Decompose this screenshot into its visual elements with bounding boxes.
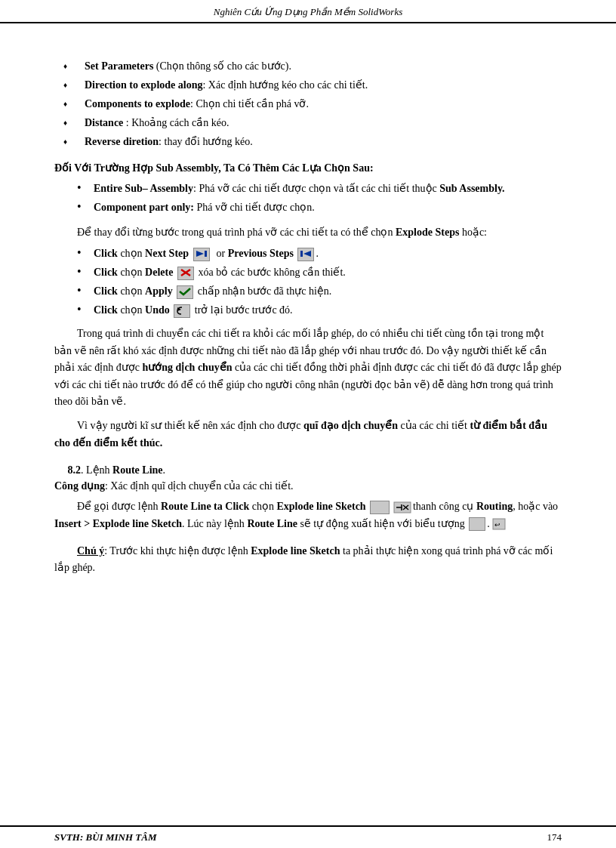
routeline-icon-svg: ↩	[492, 518, 506, 530]
footer-page: 174	[547, 831, 562, 843]
step-apply: Click chọn Apply chấp nhận bước đã thực …	[85, 283, 562, 299]
list-item: Direction to explode along: Xác định hướ…	[77, 77, 562, 93]
prev-step-icon	[297, 248, 314, 261]
footer: SVTH: BÙI MINH TÂM 174	[0, 825, 616, 848]
page: Nghiên Cứu Ứng Dụng Phần Mềm SolidWorks …	[0, 0, 616, 848]
header: Nghiên Cứu Ứng Dụng Phần Mềm SolidWorks	[0, 0, 616, 23]
para-explode-steps: Để thay đổi từng bước trong quá trình ph…	[54, 224, 562, 241]
next-step-icon	[193, 248, 210, 261]
note: Chú ý: Trước khi thực hiện được lệnh Exp…	[54, 543, 562, 577]
list-item: Components to explode: Chọn chi tiết cần…	[77, 96, 562, 112]
step-next: Click chọn Next Step or Previous Steps .	[85, 245, 562, 261]
circle-list: Entire Sub– Assembly: Phá vỡ các chi tiế…	[85, 180, 562, 215]
delete-icon	[177, 267, 194, 280]
list-item: Distance : Khoảng cách cần kéo.	[77, 115, 562, 131]
arrow-left-icon	[299, 248, 313, 259]
circle-bold: Component part only:	[94, 202, 194, 213]
step-undo: Click chọn Undo trở lại bước trước đó.	[85, 302, 562, 318]
sub-heading: Đối Với Trường Hợp Sub Assembly, Ta Có T…	[54, 160, 562, 176]
route-line-icon: ↩	[469, 517, 485, 531]
step-delete: Click chọn Delete xóa bỏ các bước không …	[85, 264, 562, 280]
svg-rect-1	[205, 251, 207, 257]
circle-bold: Entire Sub– Assembly	[94, 183, 193, 194]
svg-rect-3	[300, 251, 303, 257]
undo-icon	[174, 304, 190, 318]
steps-list: Click chọn Next Step or Previous Steps .	[85, 245, 562, 318]
list-item: Reverse diretion: thay đổi hướng kéo.	[77, 134, 562, 150]
section-82: 8.2. Lệnh Route Line. Công dụng: Xác địn…	[54, 464, 562, 577]
explode-icon-svg	[393, 501, 411, 513]
list-item: Entire Sub– Assembly: Phá vỡ các chi tiế…	[85, 180, 562, 196]
bullet-bold: Direction to explode along	[85, 79, 202, 91]
footer-author: SVTH: BÙI MINH TÂM	[54, 831, 156, 843]
para-trajectory: Vì vậy người kĩ sư thiết kế nên xác định…	[54, 418, 562, 452]
x-icon	[179, 267, 192, 278]
explode-sketch-icon	[370, 501, 390, 514]
apply-icon	[177, 285, 193, 299]
bullet-bold: Distance	[85, 117, 123, 128]
bullet-list: Set Parameters (Chọn thông số cho các bư…	[77, 58, 562, 150]
cong-dung: Công dụng: Xác định quĩ dịch chuyển của …	[54, 480, 562, 492]
list-item: Component part only: Phá vỡ chi tiết đượ…	[85, 199, 562, 215]
bullet-bold: Set Parameters	[85, 60, 153, 72]
list-item: Set Parameters (Chọn thông số cho các bư…	[77, 58, 562, 74]
content: Set Parameters (Chọn thông số cho các bư…	[0, 23, 616, 630]
para-route-line: Để gọi được lệnh Route Line ta Click chọ…	[54, 498, 562, 532]
svg-marker-0	[196, 251, 204, 257]
undo-arrow-icon	[175, 305, 189, 316]
check-icon	[178, 286, 192, 297]
svg-marker-2	[303, 251, 311, 257]
header-title: Nghiên Cứu Ứng Dụng Phần Mềm SolidWorks	[214, 6, 403, 18]
para-movement: Trong quá trình di chuyển các chi tiết r…	[54, 325, 562, 410]
svg-text:↩: ↩	[494, 521, 500, 529]
bullet-bold: Reverse diretion	[85, 136, 159, 147]
section-title: 8.2. Lệnh Route Line.	[54, 464, 562, 476]
arrow-right-icon	[195, 248, 208, 259]
bullet-bold: Components to explode	[85, 98, 190, 109]
